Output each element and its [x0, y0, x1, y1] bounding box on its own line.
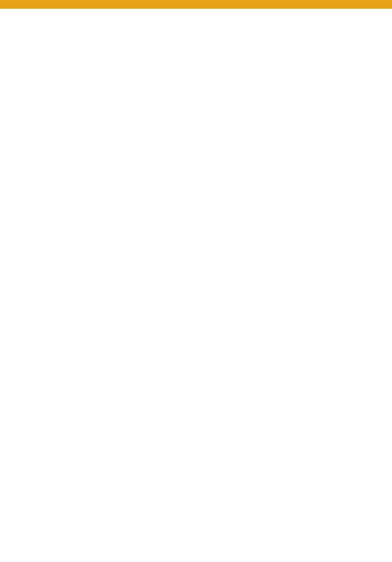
- top-bar: [0, 0, 392, 9]
